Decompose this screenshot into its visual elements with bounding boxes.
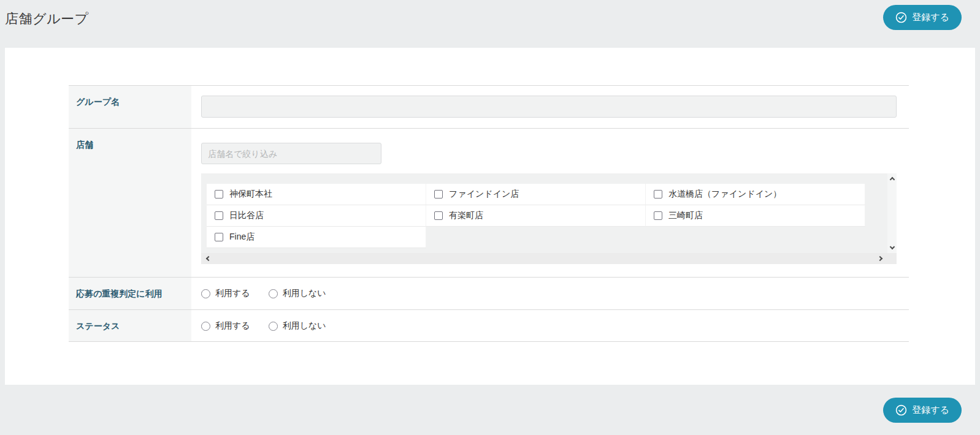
duplicate-check-option-use[interactable]: 利用する [201,288,250,299]
store-checkbox-grid: 神保町本社 ファインドイン店 水道橋店（ファインドイン） 日比谷店 [201,173,887,253]
store-checkbox[interactable] [215,233,223,241]
store-name: 神保町本社 [229,189,272,200]
status-option-use[interactable]: 利用する [201,320,250,331]
duplicate-check-radio-group: 利用する 利用しない [201,288,897,299]
store-group-form: グループ名 店舗 神保町本社 ファインドイ [69,85,909,342]
radio-label: 利用しない [283,288,326,299]
horizontal-scrollbar[interactable] [201,253,887,264]
form-row-group-name: グループ名 [69,85,909,128]
store-filter-input[interactable] [201,143,381,164]
group-name-label: グループ名 [69,86,191,128]
store-name: Fine店 [229,232,255,243]
store-checkbox[interactable] [654,190,662,199]
vertical-scrollbar[interactable] [887,173,897,253]
store-checkbox-item[interactable]: 日比谷店 [207,205,426,227]
store-checkbox[interactable] [434,190,443,199]
status-radio-no-use[interactable] [269,322,278,331]
page-title: 店舗グループ [5,10,89,28]
register-button-bottom[interactable]: 登録する [883,398,962,423]
store-checkbox[interactable] [654,211,662,220]
status-radio-use[interactable] [201,322,210,331]
scroll-left-icon[interactable] [206,256,211,261]
register-button-label: 登録する [912,404,949,416]
status-label: ステータス [69,310,191,341]
scroll-right-icon[interactable] [878,256,882,261]
scroll-down-icon[interactable] [889,244,894,249]
store-checkbox-item[interactable]: 水道橋店（ファインドイン） [646,184,865,205]
radio-label: 利用する [215,288,250,299]
store-name: 水道橋店（ファインドイン） [668,189,781,200]
store-checkbox-item[interactable]: Fine店 [207,227,426,248]
scroll-up-icon[interactable] [889,177,894,182]
store-checkbox-item[interactable]: 有楽町店 [426,205,646,227]
check-circle-icon [895,12,907,23]
radio-label: 利用する [215,320,250,331]
check-circle-icon [895,404,907,416]
page-header: 店舗グループ 登録する [0,0,980,48]
group-name-input[interactable] [201,96,897,118]
empty-cell [426,227,646,248]
stores-label: 店舗 [69,129,191,277]
form-row-duplicate-check: 応募の重複判定に利用 利用する 利用しない [69,277,909,309]
store-checkbox-item[interactable]: 三崎町店 [646,205,865,227]
store-name: ファインドイン店 [449,189,519,200]
form-card: グループ名 店舗 神保町本社 ファインドイ [5,48,975,385]
store-name: 日比谷店 [229,210,264,221]
form-row-stores: 店舗 神保町本社 ファインドイン店 [69,128,909,277]
duplicate-check-label: 応募の重複判定に利用 [69,278,191,309]
store-checkbox[interactable] [434,211,443,220]
store-checkbox-table: 神保町本社 ファインドイン店 水道橋店（ファインドイン） 日比谷店 [201,173,897,264]
status-radio-group: 利用する 利用しない [201,320,897,331]
scrollbar-corner [887,253,897,264]
store-checkbox-item[interactable]: 神保町本社 [207,184,426,205]
store-checkbox-item[interactable]: ファインドイン店 [426,184,646,205]
duplicate-check-radio-no-use[interactable] [269,289,278,298]
store-name: 有楽町店 [449,210,483,221]
empty-cell [646,227,865,248]
status-option-no-use[interactable]: 利用しない [269,320,326,331]
register-button-label: 登録する [912,12,949,23]
radio-label: 利用しない [283,320,326,331]
form-row-status: ステータス 利用する 利用しない [69,309,909,342]
duplicate-check-radio-use[interactable] [201,289,210,298]
duplicate-check-option-no-use[interactable]: 利用しない [269,288,326,299]
store-checkbox[interactable] [215,190,223,199]
store-checkbox[interactable] [215,211,223,220]
register-button-top[interactable]: 登録する [883,5,962,30]
store-name: 三崎町店 [668,210,703,221]
